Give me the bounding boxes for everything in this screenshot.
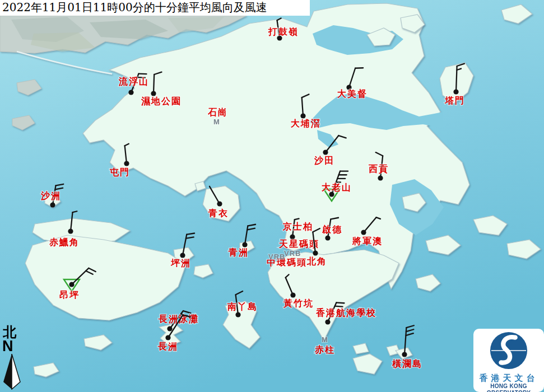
wind-barb-full [335, 306, 343, 307]
station-dot [165, 335, 170, 340]
station-label: 橫瀾島 [392, 359, 422, 368]
station-dot [325, 235, 330, 240]
station-dot [180, 253, 185, 258]
station-label: 青衣 [208, 208, 229, 218]
station-label: 沙洲 [40, 191, 61, 200]
station-label: 大埔滘 [291, 118, 321, 128]
station-dot [323, 150, 328, 155]
hko-logo-english: HONG KONG OBSERVATORY [473, 383, 544, 392]
station-label: 打鼓嶺 [268, 27, 299, 36]
station-label: 坪洲 [170, 258, 191, 268]
station-dot [124, 161, 129, 166]
station-label: 塔門 [444, 96, 465, 105]
station-label: 香港航海學校 [315, 307, 376, 318]
station-dot [329, 192, 334, 197]
station-dot [167, 326, 172, 331]
station-dot [290, 292, 295, 297]
station-dot [69, 282, 74, 287]
map-title: 2022年11月01日11時00分的十分鐘平均風向及風速 [2, 1, 267, 14]
status-vrb: VRB [268, 253, 285, 261]
station-dot [151, 91, 156, 96]
wind-map-screen: 打鼓嶺流浮山濕地公園石崗M大美督塔門大埔滘沙田西貢屯門沙洲大老山青衣赤鱲角坪洲京… [0, 0, 544, 392]
station-dot [242, 242, 247, 247]
hong-kong-map: 打鼓嶺流浮山濕地公園石崗M大美督塔門大埔滘沙田西貢屯門沙洲大老山青衣赤鱲角坪洲京… [0, 0, 544, 392]
station-dot [378, 175, 383, 180]
station-label: 天星碼頭 [278, 239, 319, 249]
station-dot [313, 250, 318, 255]
station-label: 昂坪 [59, 290, 80, 300]
hko-logo: 香港天文台 HONG KONG OBSERVATORY [473, 329, 544, 392]
station-dot [453, 89, 458, 94]
station-label: 屯門 [109, 167, 130, 177]
station-label: 石崗 [207, 108, 228, 117]
station-dot [128, 90, 133, 95]
station-label: 南丫島 [227, 302, 258, 311]
hko-logo-icon [489, 330, 529, 371]
station-label: 黃竹坑 [283, 298, 314, 308]
station-dot [50, 202, 55, 207]
station-label: 沙田 [314, 156, 334, 165]
wind-barb-full [336, 302, 344, 303]
north-arrow-icon [1, 354, 22, 390]
station-label: 北角 [306, 256, 327, 266]
station-dot [68, 228, 73, 234]
station-label: 流浮山 [118, 76, 149, 86]
station-label: 京士柏 [282, 221, 313, 231]
station-label: 大美督 [337, 88, 368, 99]
status-m: M [213, 118, 220, 126]
station-label: 啟德 [322, 225, 342, 234]
station-label: 赤柱 [314, 345, 335, 354]
station-label: 長洲 [157, 342, 178, 351]
wind-barb-staff [154, 74, 154, 94]
north-label-letter: N [2, 340, 26, 353]
station-label: 濕地公園 [141, 96, 182, 106]
station-label: 將軍澳 [352, 236, 383, 246]
station-dot [300, 113, 305, 118]
station-dot [325, 319, 330, 324]
title-bar: 2022年11月01日11時00分的十分鐘平均風向及風速 [0, 0, 310, 16]
status-vrb: VRB [284, 249, 301, 258]
station-label: 青洲 [228, 248, 249, 257]
station-dot [217, 201, 222, 206]
north-compass: 北 N [1, 325, 26, 390]
station-dot [361, 230, 366, 235]
station-dot [235, 312, 240, 317]
hko-logo-chinese: 香港天文台 [473, 374, 544, 383]
station-label: 西貢 [368, 164, 389, 174]
station-label: 大老山 [322, 183, 352, 192]
station-label: 赤鱲角 [49, 237, 80, 247]
status-m: M [322, 335, 328, 344]
station-dot [402, 352, 407, 357]
